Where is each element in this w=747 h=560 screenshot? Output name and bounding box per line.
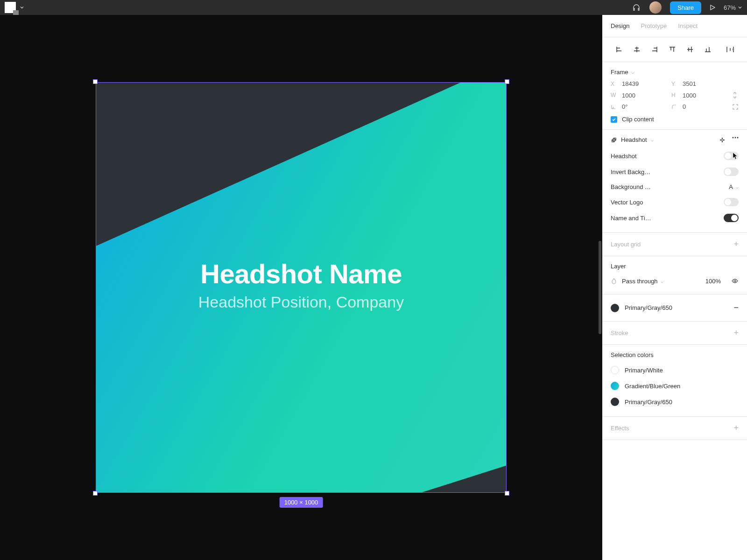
headphones-icon[interactable] (632, 3, 641, 12)
vector-logo-toggle[interactable] (724, 198, 739, 206)
color-swatch (611, 382, 619, 390)
resize-handle-tl[interactable] (93, 79, 98, 84)
add-stroke-button[interactable]: + (733, 328, 739, 338)
chevron-down-icon[interactable] (20, 5, 24, 10)
variant-label: Name and Ti… (611, 215, 651, 222)
radius-value: 0 (683, 103, 686, 110)
svg-point-4 (734, 280, 736, 282)
prop-h[interactable]: H1000 (671, 91, 723, 99)
headshot-text-block: Headshot Name Headshot Position, Company (96, 258, 506, 311)
rotation-value: 0° (622, 103, 627, 110)
opacity-value[interactable]: 100% (705, 278, 721, 285)
add-effect-button[interactable]: + (733, 423, 739, 433)
prop-rotation[interactable]: 0° (611, 103, 662, 110)
chevron-down-icon: ⌵ (631, 70, 634, 75)
name-title-toggle[interactable] (724, 214, 739, 222)
headshot-toggle[interactable] (724, 152, 739, 160)
effects-section: Effects + (602, 417, 747, 440)
canvas-scrollbar[interactable] (599, 241, 601, 334)
resize-handle-bl[interactable] (93, 491, 98, 496)
tab-design[interactable]: Design (611, 15, 629, 37)
align-top-icon[interactable] (664, 43, 681, 56)
blend-value: Pass through (622, 278, 658, 285)
align-vcenter-icon[interactable] (682, 43, 698, 56)
resize-handle-br[interactable] (505, 491, 509, 496)
blend-mode-select[interactable]: Pass through ⌵ (622, 278, 701, 285)
invert-bg-toggle[interactable] (724, 168, 739, 176)
eye-icon[interactable] (731, 277, 739, 285)
color-swatch (611, 398, 619, 406)
background-select[interactable]: A ⌵ (729, 183, 739, 190)
clip-content-row[interactable]: Clip content (611, 116, 739, 123)
top-toolbar: Share 67% (0, 0, 747, 15)
layout-grid-section: Layout grid + (602, 233, 747, 256)
stroke-section: Stroke + (602, 322, 747, 345)
selection-colors-label: Selection colors (611, 351, 739, 358)
canvas[interactable]: Headshot Name Headshot Position, Company… (0, 15, 602, 560)
angle-icon (611, 104, 617, 110)
prop-w[interactable]: W1000 (611, 91, 662, 99)
sparkle-icon[interactable] (719, 137, 726, 143)
prop-y[interactable]: Y3501 (671, 80, 723, 87)
stroke-label: Stroke (611, 329, 628, 336)
resize-handle-tr[interactable] (505, 79, 509, 84)
variant-name-title: Name and Ti… (611, 210, 739, 226)
tab-inspect[interactable]: Inspect (678, 15, 698, 37)
color-name: Gradient/Blue/Green (625, 383, 680, 390)
dimensions-badge: 1000 × 1000 (280, 497, 323, 508)
zoom-select[interactable]: 67% (724, 4, 742, 11)
fill-color-name: Primary/Gray/650 (625, 304, 672, 311)
variant-label: Background … (611, 183, 651, 190)
selection-color-row[interactable]: Primary/Gray/650 (611, 394, 739, 410)
share-button[interactable]: Share (670, 1, 701, 14)
bg-value: A (729, 183, 733, 190)
chevron-down-icon: ⌵ (736, 184, 739, 189)
selection-colors-section: Selection colors Primary/White Gradient/… (602, 345, 747, 417)
frame-label[interactable]: Frame ⌵ (611, 69, 634, 76)
distribute-icon[interactable] (722, 43, 739, 56)
variant-label: Vector Logo (611, 199, 643, 206)
align-hcenter-icon[interactable] (628, 43, 645, 56)
properties-panel: Design Prototype Inspect Frame ⌵ X18439 … (602, 15, 747, 560)
add-layout-grid-button[interactable]: + (733, 239, 739, 249)
selected-frame[interactable]: Headshot Name Headshot Position, Company… (96, 82, 507, 493)
y-label: Y (671, 81, 678, 87)
avatar[interactable] (648, 0, 662, 14)
variant-invert-bg: Invert Backg… (611, 164, 739, 180)
chevron-down-icon[interactable]: ⌵ (651, 137, 654, 142)
panel-tabs: Design Prototype Inspect (602, 15, 747, 37)
zoom-value: 67% (724, 4, 736, 11)
layer-section: Layer Pass through ⌵ 100% (602, 256, 747, 294)
frame-label-text: Frame (611, 69, 628, 76)
align-left-icon[interactable] (611, 43, 627, 56)
alignment-row (602, 37, 747, 62)
color-name: Primary/Gray/650 (625, 399, 672, 406)
fill-swatch[interactable] (611, 304, 619, 312)
component-name[interactable]: Headshot (621, 136, 647, 143)
artboard: Headshot Name Headshot Position, Company (96, 82, 507, 493)
y-value: 3501 (683, 80, 696, 87)
figma-logo-icon[interactable] (5, 2, 16, 13)
h-label: H (671, 92, 678, 98)
headshot-title: Headshot Name (96, 258, 506, 289)
align-bottom-icon[interactable] (699, 43, 716, 56)
svg-point-1 (733, 137, 734, 138)
clip-checkbox[interactable] (611, 116, 617, 123)
prop-x[interactable]: X18439 (611, 80, 662, 87)
more-icon[interactable] (732, 137, 739, 143)
prop-radius[interactable]: 0 (671, 103, 723, 110)
x-value: 18439 (622, 80, 639, 87)
individual-corners-icon[interactable] (732, 103, 739, 110)
play-icon[interactable] (709, 4, 716, 11)
variant-background: Background … A ⌵ (611, 180, 739, 194)
align-right-icon[interactable] (646, 43, 663, 56)
layout-grid-label: Layout grid (611, 241, 641, 248)
clip-label: Clip content (622, 116, 654, 123)
w-label: W (611, 92, 617, 98)
selection-color-row[interactable]: Gradient/Blue/Green (611, 378, 739, 394)
tab-prototype[interactable]: Prototype (641, 15, 667, 37)
svg-point-3 (737, 137, 739, 138)
constrain-icon[interactable] (732, 91, 739, 99)
remove-fill-button[interactable]: − (733, 303, 739, 313)
selection-color-row[interactable]: Primary/White (611, 362, 739, 378)
